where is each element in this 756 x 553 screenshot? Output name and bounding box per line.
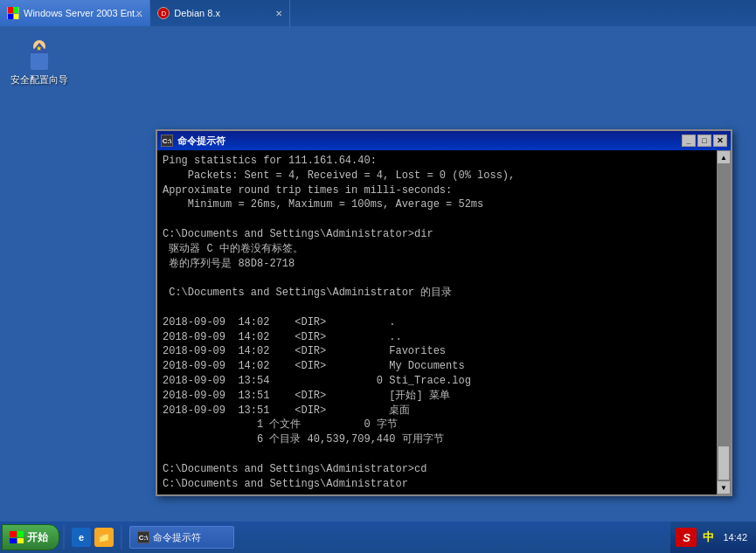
tray-time: 14:42: [719, 532, 751, 543]
start-button[interactable]: 开始: [2, 524, 59, 550]
taskbar-cmd-label: 命令提示符: [153, 531, 201, 544]
cmd-minimize-button[interactable]: _: [682, 135, 696, 147]
tab-close-debian[interactable]: ✕: [273, 7, 285, 19]
cmd-window: C:\ 命令提示符 _ □ ✕ Ping statistics for 111.…: [156, 129, 732, 496]
cmd-body: Ping statistics for 111.161.64.40: Packe…: [157, 150, 731, 494]
quick-folder-icon[interactable]: 📁: [94, 528, 114, 547]
cmd-scrollbar[interactable]: ▲ ▼: [717, 150, 731, 494]
wizard-icon-image: ★: [24, 39, 55, 74]
cmd-close-button[interactable]: ✕: [713, 135, 727, 147]
tab-windows-server[interactable]: Windows Server 2003 Ent... ✕: [0, 0, 150, 26]
cmd-title-icon: C:\: [161, 135, 173, 147]
debian-tab-icon: D: [157, 7, 170, 19]
windows-server-tab-icon: [7, 7, 19, 19]
taskbar-divider-2: [121, 525, 122, 550]
top-taskbar: Windows Server 2003 Ent... ✕ D Debian 8.…: [0, 0, 756, 26]
taskbar-tasks: C:\ 命令提示符: [126, 526, 670, 549]
tab-debian[interactable]: D Debian 8.x ✕: [150, 0, 290, 26]
start-label: 开始: [27, 530, 48, 545]
scroll-up-arrow[interactable]: ▲: [717, 150, 731, 164]
tray-cn-label[interactable]: 中: [699, 529, 717, 546]
start-flag-icon: [10, 531, 24, 543]
tray-s-logo[interactable]: S: [676, 528, 697, 547]
scroll-track[interactable]: [717, 164, 731, 480]
scroll-down-arrow[interactable]: ▼: [717, 480, 731, 494]
quick-launch-bar: e 📁: [68, 528, 117, 547]
cmd-controls: _ □ ✕: [682, 135, 727, 147]
security-wizard-icon[interactable]: ★ 安全配置向导: [9, 39, 70, 86]
system-tray: S 中 14:42: [670, 522, 756, 553]
tab-close-windows[interactable]: ✕: [133, 7, 145, 19]
taskbar-cmd-task[interactable]: C:\ 命令提示符: [129, 526, 234, 549]
taskbar-cmd-icon: C:\: [137, 531, 149, 543]
tab-windows-server-label: Windows Server 2003 Ent...: [24, 8, 142, 18]
cmd-titlebar: C:\ 命令提示符 _ □ ✕: [157, 131, 731, 150]
taskbar-divider-1: [63, 525, 65, 550]
taskbar-bottom: 开始 e 📁 C:\ 命令提示符 S 中 14:42: [0, 522, 756, 553]
cmd-output[interactable]: Ping statistics for 111.161.64.40: Packe…: [157, 150, 717, 494]
scroll-thumb[interactable]: [718, 446, 730, 480]
quick-ie-icon[interactable]: e: [72, 528, 91, 547]
tab-debian-label: Debian 8.x: [174, 8, 220, 18]
cmd-maximize-button[interactable]: □: [697, 135, 711, 147]
cmd-title: C:\ 命令提示符: [161, 135, 225, 148]
security-wizard-label: 安全配置向导: [9, 74, 70, 86]
svg-text:★: ★: [36, 45, 42, 52]
svg-rect-1: [31, 52, 48, 70]
cmd-title-text: 命令提示符: [177, 135, 225, 148]
